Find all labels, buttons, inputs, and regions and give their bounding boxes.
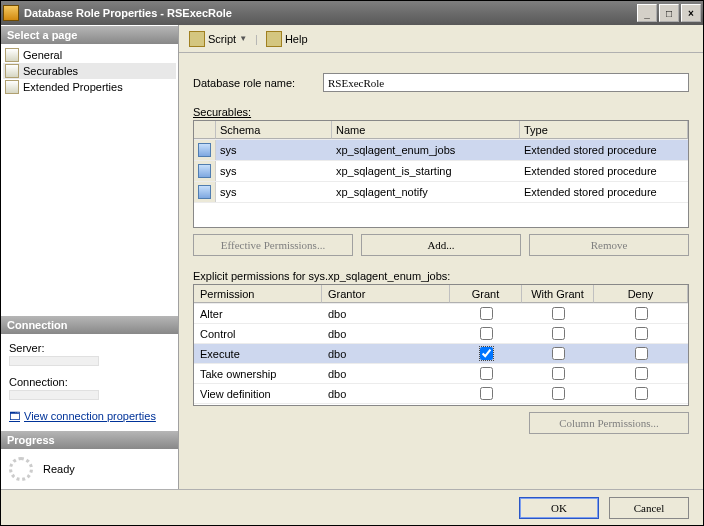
permissions-header-row: Permission Grantor Grant With Grant Deny bbox=[194, 285, 688, 304]
withgrant-checkbox[interactable] bbox=[552, 307, 565, 320]
securable-row[interactable]: sysxp_sqlagent_is_startingExtended store… bbox=[194, 161, 688, 182]
column-permissions-button[interactable]: Column Permissions... bbox=[529, 412, 689, 434]
nav-label: General bbox=[23, 49, 62, 61]
script-icon bbox=[189, 31, 205, 47]
stored-proc-icon bbox=[198, 164, 211, 178]
connection-label: Connection: bbox=[9, 376, 170, 388]
col-grant[interactable]: Grant bbox=[450, 285, 522, 303]
help-button[interactable]: Help bbox=[262, 29, 312, 49]
cell-type: Extended stored procedure bbox=[520, 140, 688, 160]
deny-checkbox[interactable] bbox=[635, 347, 648, 360]
withgrant-checkbox[interactable] bbox=[552, 347, 565, 360]
securables-label: Securables: bbox=[193, 106, 689, 118]
script-button[interactable]: Script ▼ bbox=[185, 29, 251, 49]
grant-checkbox[interactable] bbox=[480, 367, 493, 380]
connection-value bbox=[9, 390, 99, 400]
nav-label: Securables bbox=[23, 65, 78, 77]
cell-permission: Control bbox=[194, 324, 322, 343]
grant-checkbox[interactable] bbox=[480, 327, 493, 340]
col-type[interactable]: Type bbox=[520, 121, 688, 139]
stored-proc-icon bbox=[198, 143, 211, 157]
help-label: Help bbox=[285, 33, 308, 45]
progress-header: Progress bbox=[1, 430, 178, 449]
stored-proc-icon bbox=[198, 185, 211, 199]
grant-checkbox[interactable] bbox=[480, 307, 493, 320]
help-icon bbox=[266, 31, 282, 47]
view-connection-properties-link[interactable]: 🗔 View connection properties bbox=[9, 410, 170, 422]
cell-name: xp_sqlagent_notify bbox=[332, 182, 520, 202]
server-label: Server: bbox=[9, 342, 170, 354]
permission-row[interactable]: Take ownershipdbo bbox=[194, 364, 688, 384]
cell-grantor: dbo bbox=[322, 304, 450, 323]
col-deny[interactable]: Deny bbox=[594, 285, 688, 303]
grant-checkbox[interactable] bbox=[480, 347, 493, 360]
permission-row[interactable]: View definitiondbo bbox=[194, 384, 688, 404]
withgrant-checkbox[interactable] bbox=[552, 387, 565, 400]
cell-type: Extended stored procedure bbox=[520, 161, 688, 181]
deny-checkbox[interactable] bbox=[635, 307, 648, 320]
maximize-button[interactable]: □ bbox=[659, 4, 679, 22]
role-name-input[interactable] bbox=[323, 73, 689, 92]
securables-grid[interactable]: Schema Name Type sysxp_sqlagent_enum_job… bbox=[193, 120, 689, 228]
sidebar: Select a page General Securables Extende… bbox=[1, 25, 179, 489]
main-panel: Script ▼ | Help Database role name: Secu… bbox=[179, 25, 703, 489]
permission-row[interactable]: Controldbo bbox=[194, 324, 688, 344]
securable-row[interactable]: sysxp_sqlagent_notifyExtended stored pro… bbox=[194, 182, 688, 203]
deny-checkbox[interactable] bbox=[635, 367, 648, 380]
withgrant-checkbox[interactable] bbox=[552, 367, 565, 380]
remove-button[interactable]: Remove bbox=[529, 234, 689, 256]
securables-header-row: Schema Name Type bbox=[194, 121, 688, 140]
col-name[interactable]: Name bbox=[332, 121, 520, 139]
page-icon bbox=[5, 48, 19, 62]
minimize-button[interactable]: _ bbox=[637, 4, 657, 22]
deny-checkbox[interactable] bbox=[635, 327, 648, 340]
withgrant-checkbox[interactable] bbox=[552, 327, 565, 340]
nav-general[interactable]: General bbox=[3, 47, 176, 63]
page-icon bbox=[5, 64, 19, 78]
cell-permission: View definition bbox=[194, 384, 322, 403]
progress-spinner-icon bbox=[9, 457, 33, 481]
nav-extended-properties[interactable]: Extended Properties bbox=[3, 79, 176, 95]
col-grantor[interactable]: Grantor bbox=[322, 285, 450, 303]
dialog-footer: OK Cancel bbox=[1, 489, 703, 525]
securable-row[interactable]: sysxp_sqlagent_enum_jobsExtended stored … bbox=[194, 140, 688, 161]
ok-button[interactable]: OK bbox=[519, 497, 599, 519]
deny-checkbox[interactable] bbox=[635, 387, 648, 400]
page-nav: General Securables Extended Properties bbox=[1, 44, 178, 98]
cancel-button[interactable]: Cancel bbox=[609, 497, 689, 519]
cell-grantor: dbo bbox=[322, 384, 450, 403]
dropdown-arrow-icon: ▼ bbox=[239, 34, 247, 43]
connection-icon: 🗔 bbox=[9, 410, 20, 422]
cell-type: Extended stored procedure bbox=[520, 182, 688, 202]
nav-securables[interactable]: Securables bbox=[3, 63, 176, 79]
col-permission[interactable]: Permission bbox=[194, 285, 322, 303]
permission-row[interactable]: Alterdbo bbox=[194, 304, 688, 324]
role-name-label: Database role name: bbox=[193, 77, 323, 89]
grant-checkbox[interactable] bbox=[480, 387, 493, 400]
cell-grantor: dbo bbox=[322, 364, 450, 383]
server-value bbox=[9, 356, 99, 366]
connection-header: Connection bbox=[1, 315, 178, 334]
cell-name: xp_sqlagent_enum_jobs bbox=[332, 140, 520, 160]
col-withgrant[interactable]: With Grant bbox=[522, 285, 594, 303]
permissions-grid[interactable]: Permission Grantor Grant With Grant Deny… bbox=[193, 284, 689, 406]
link-text: View connection properties bbox=[24, 410, 156, 422]
nav-label: Extended Properties bbox=[23, 81, 123, 93]
progress-status: Ready bbox=[43, 463, 75, 475]
cell-permission: Execute bbox=[194, 344, 322, 363]
cell-grantor: dbo bbox=[322, 344, 450, 363]
cell-schema: sys bbox=[216, 182, 332, 202]
app-icon bbox=[3, 5, 19, 21]
toolbar: Script ▼ | Help bbox=[179, 25, 703, 53]
explicit-permissions-label: Explicit permissions for sys.xp_sqlagent… bbox=[193, 270, 689, 282]
close-button[interactable]: × bbox=[681, 4, 701, 22]
window-title: Database Role Properties - RSExecRole bbox=[24, 7, 635, 19]
col-schema[interactable]: Schema bbox=[216, 121, 332, 139]
select-page-header: Select a page bbox=[1, 25, 178, 44]
permission-row[interactable]: Executedbo bbox=[194, 344, 688, 364]
title-bar: Database Role Properties - RSExecRole _ … bbox=[1, 1, 703, 25]
effective-permissions-button[interactable]: Effective Permissions... bbox=[193, 234, 353, 256]
cell-grantor: dbo bbox=[322, 324, 450, 343]
add-button[interactable]: Add... bbox=[361, 234, 521, 256]
cell-name: xp_sqlagent_is_starting bbox=[332, 161, 520, 181]
